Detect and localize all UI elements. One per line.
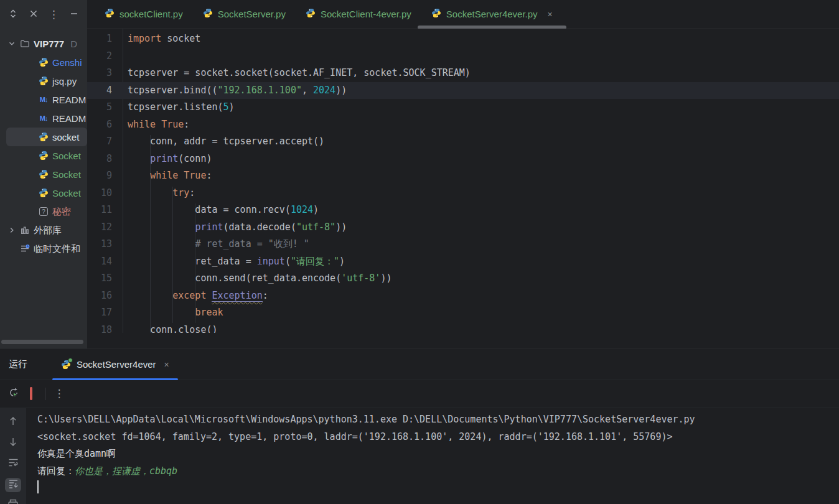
line-number: 17 (87, 304, 112, 322)
tree-item-6[interactable]: Socket (0, 146, 87, 165)
tree-item-label: Socket (52, 151, 81, 161)
printer-icon (7, 499, 19, 504)
code-line-7[interactable]: 7 conn, addr = tcpserver.accept() (87, 133, 839, 151)
scratches-icon (20, 244, 30, 254)
code-text: while True: (128, 167, 212, 185)
code-text: print(conn) (128, 151, 212, 168)
run-toolbar: ⋮ (0, 380, 839, 408)
unfold-button[interactable] (7, 9, 19, 20)
editor-tab-SocketServer4ever.py[interactable]: SocketServer4ever.py× (421, 0, 563, 28)
code-text: conn, addr = tcpserver.accept() (128, 133, 324, 151)
rerun-icon (7, 386, 20, 401)
arrow-down-button[interactable] (5, 436, 21, 450)
kebab-button[interactable]: ⋮ (50, 385, 68, 403)
tree-item-label: READM (52, 113, 86, 124)
tree-item-path-hint: D (70, 39, 77, 49)
soft-wrap-button[interactable] (5, 457, 21, 471)
tool-window-header: ⋮ (0, 0, 87, 29)
code-line-9[interactable]: 9 while True: (87, 167, 839, 185)
close-x-button[interactable] (28, 9, 39, 20)
console-output[interactable]: C:\Users\DELL\AppData\Local\Microsoft\Wi… (26, 408, 839, 504)
arrow-up-button[interactable] (5, 416, 21, 429)
run-title: 运行 (0, 358, 37, 370)
code-text: data = conn.recv(1024) (128, 202, 319, 219)
tree-item-4[interactable]: M↓READM (0, 109, 87, 128)
python-icon (39, 151, 49, 161)
tree-item-5[interactable]: socket (6, 128, 87, 146)
code-line-13[interactable]: 13 # ret_data = "收到! " (87, 236, 839, 253)
minimize-button[interactable] (68, 9, 80, 20)
stop-button[interactable] (22, 385, 40, 403)
top-bar: ⋮ socketClient.pySocketServer.pySocketCl… (0, 0, 839, 29)
kebab-icon: ⋮ (49, 9, 59, 20)
chevron-right-icon[interactable] (7, 226, 16, 235)
tree-item-3[interactable]: M↓READM (0, 90, 87, 109)
code-line-14[interactable]: 14 ret_data = input("请回复：") (87, 253, 839, 271)
scroll-to-end-icon (7, 478, 19, 492)
tab-label: socketClient.py (120, 9, 183, 19)
tree-item-1[interactable]: Genshi (0, 53, 87, 72)
tree-item-label: VIP777 (34, 39, 64, 49)
rerun-button[interactable] (5, 385, 22, 403)
code-text: tcpserver.bind(("192.168.1.100", 2024)) (128, 82, 347, 100)
tab-label: SocketServer.py (218, 9, 286, 19)
project-tool-window: VIP777DGenshijsq.pyM↓READMM↓READMsocketS… (0, 29, 87, 348)
chevron-spacer (7, 245, 16, 253)
tree-item-7[interactable]: Socket (0, 165, 87, 184)
text-cursor (37, 480, 39, 493)
tree-item-11[interactable]: 临时文件和 (0, 240, 87, 258)
arrow-up-icon (8, 416, 18, 429)
code-text: break (128, 304, 223, 322)
tree-item-label: Genshi (52, 57, 82, 68)
code-text: # ret_data = "收到! " (128, 236, 309, 253)
line-number: 12 (87, 219, 112, 236)
code-line-3[interactable]: 3tcpserver = socket.socket(socket.AF_INE… (87, 65, 839, 82)
printer-button[interactable] (5, 499, 21, 504)
code-line-6[interactable]: 6while True: (87, 116, 839, 134)
horizontal-scrollbar-thumb[interactable] (1, 340, 83, 344)
code-line-16[interactable]: 16 except Exception: (87, 287, 839, 305)
kebab-button[interactable]: ⋮ (48, 9, 59, 20)
line-number: 14 (87, 253, 112, 271)
editor-tab-SocketServer.py[interactable]: SocketServer.py (193, 0, 296, 28)
line-number: 6 (87, 116, 112, 134)
line-number: 16 (87, 287, 112, 305)
editor-tab-socketClient.py[interactable]: socketClient.py (95, 0, 193, 28)
code-text: tcpserver.listen(5) (128, 99, 235, 116)
code-line-18[interactable]: 18 conn.close() (87, 322, 839, 334)
tree-item-10[interactable]: 外部库 (0, 221, 87, 240)
tree-item-8[interactable]: Socket (0, 184, 87, 202)
code-line-1[interactable]: 1import socket (87, 30, 839, 48)
code-line-5[interactable]: 5tcpserver.listen(5) (87, 99, 839, 116)
close-icon[interactable]: × (164, 360, 169, 370)
console: C:\Users\DELL\AppData\Local\Microsoft\Wi… (0, 408, 839, 504)
console-line-5 (37, 480, 839, 497)
tree-item-0[interactable]: VIP777D (0, 34, 87, 53)
code-line-10[interactable]: 10 try: (87, 185, 839, 202)
editor-pane[interactable]: 1import socket23tcpserver = socket.socke… (87, 29, 839, 348)
tree-item-2[interactable]: jsq.py (0, 72, 87, 90)
code-line-12[interactable]: 12 print(data.decode("utf-8")) (87, 219, 839, 236)
scroll-to-end-button[interactable] (5, 478, 21, 492)
code-line-2[interactable]: 2 (87, 48, 839, 65)
tree-item-9[interactable]: ?秘密 (0, 202, 87, 221)
python-icon (61, 360, 71, 370)
code-line-17[interactable]: 17 break (87, 304, 839, 322)
code-line-11[interactable]: 11 data = conn.recv(1024) (87, 202, 839, 219)
editor-tab-SocketClient-4ever.py[interactable]: SocketClient-4ever.py (296, 0, 421, 28)
tab-label: SocketClient-4ever.py (321, 9, 411, 19)
chevron-down-icon[interactable] (7, 39, 16, 48)
line-number: 5 (87, 99, 112, 116)
close-icon[interactable]: × (548, 9, 553, 19)
code-line-8[interactable]: 8 print(conn) (87, 151, 839, 168)
folder-icon (20, 39, 30, 49)
python-icon (39, 132, 49, 142)
line-number: 15 (87, 270, 112, 287)
code-line-15[interactable]: 15 conn.send(ret_data.encode('utf-8')) (87, 270, 839, 287)
code-editor[interactable]: 1import socket23tcpserver = socket.socke… (87, 29, 839, 333)
code-line-4[interactable]: 4tcpserver.bind(("192.168.1.100", 2024)) (87, 82, 839, 100)
python-icon (39, 76, 49, 86)
tree-item-label: Socket (52, 188, 81, 198)
tree-item-label: 秘密 (52, 206, 71, 218)
run-tab[interactable]: SocketServer4ever× (52, 349, 178, 380)
